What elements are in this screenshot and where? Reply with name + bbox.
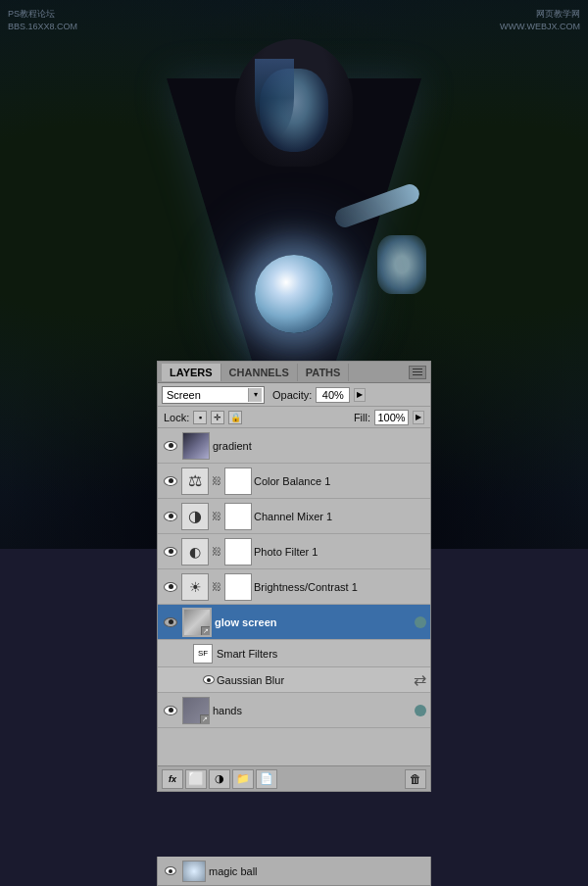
layer-name-glow-screen: glow screen: [215, 616, 413, 628]
layer-brightness-contrast[interactable]: ☀ ⛓ Brightness/Contrast 1: [158, 569, 430, 605]
layer-thumb-hands: ↗: [182, 697, 210, 724]
fill-arrow[interactable]: ▶: [413, 411, 424, 424]
lock-fill-row: Lock: ▪ ✛ 🔒 Fill: 100% ▶: [158, 407, 430, 428]
layer-chain-photo-filter: ⛓: [211, 546, 222, 557]
tab-layers[interactable]: LAYERS: [162, 364, 221, 381]
fx-button[interactable]: fx: [162, 769, 183, 789]
witch-hand: [377, 235, 426, 294]
fill-label: Fill:: [354, 412, 370, 423]
blend-mode-select[interactable]: Screen ▾: [162, 386, 265, 404]
lock-label: Lock:: [164, 412, 189, 423]
layer-color-balance[interactable]: ⚖ ⛓ Color Balance 1: [158, 464, 430, 499]
group-button[interactable]: 📁: [232, 769, 254, 789]
opacity-label: Opacity:: [272, 389, 312, 401]
blend-mode-arrow[interactable]: ▾: [248, 388, 262, 402]
layer-icon-color-balance: ⚖: [181, 468, 209, 495]
panel-toolbar: fx ⬜ ◑ 📁 📄 🗑: [158, 765, 430, 791]
layer-name-color-balance: Color Balance 1: [254, 475, 426, 487]
watermark-top-left: PS教程论坛 BBS.16XX8.COM: [8, 8, 77, 32]
layer-eye-channel-mixer[interactable]: [162, 508, 179, 525]
layer-icon-brightness-contrast: ☀: [181, 573, 209, 601]
layer-mask-brightness-contrast: [224, 573, 252, 601]
layer-name-gradient: gradient: [213, 440, 426, 452]
layers-list: gradient ⚖ ⛓ Color Balance 1 ◑ ⛓ Channel: [158, 428, 430, 765]
opacity-value[interactable]: 40%: [316, 387, 350, 403]
layer-eye-brightness-contrast[interactable]: [162, 578, 179, 596]
witch-hair: [255, 59, 294, 137]
layer-mask-photo-filter: [224, 538, 252, 566]
layer-icon-channel-mixer: ◑: [181, 503, 209, 530]
layer-chain-brightness-contrast: ⛓: [211, 581, 222, 592]
layer-chain-color-balance: ⛓: [211, 475, 222, 486]
layer-eye-color-balance[interactable]: [162, 472, 179, 490]
layer-eye-glow-screen[interactable]: [162, 614, 179, 631]
hands-smart-indicator: [415, 705, 426, 716]
layer-glow-screen[interactable]: ↗ glow screen: [158, 605, 430, 640]
bottom-layer-eye-icon[interactable]: [162, 862, 179, 880]
bottom-layer-thumb: [182, 861, 206, 882]
lock-move-button[interactable]: ✛: [211, 411, 224, 424]
layer-icon-photo-filter: ◐: [181, 538, 209, 566]
layer-eye-gaussian-blur[interactable]: [201, 671, 217, 689]
layer-mask-color-balance: [224, 468, 252, 495]
layer-smart-filters-label: SF Smart Filters: [158, 640, 430, 667]
fill-value[interactable]: 100%: [374, 410, 409, 425]
bottom-layer-row[interactable]: magic ball: [157, 857, 431, 886]
layer-mask-channel-mixer: [224, 503, 252, 530]
glow-smart-indicator: [415, 616, 426, 628]
new-layer-button[interactable]: 📄: [256, 769, 277, 789]
lock-all-button[interactable]: 🔒: [228, 411, 242, 424]
mask-button[interactable]: ⬜: [185, 769, 207, 789]
gaussian-blur-arrow: ⇄: [414, 670, 426, 689]
layer-eye-photo-filter[interactable]: [162, 543, 179, 561]
layer-name-photo-filter: Photo Filter 1: [254, 546, 426, 558]
layer-hands[interactable]: ↗ hands: [158, 693, 430, 728]
layer-gaussian-blur[interactable]: Gaussian Blur ⇄: [158, 667, 430, 693]
layer-photo-filter[interactable]: ◐ ⛓ Photo Filter 1: [158, 534, 430, 569]
layer-name-smart-filters: Smart Filters: [217, 648, 426, 660]
layer-gradient[interactable]: gradient: [158, 428, 430, 464]
panel-titlebar: LAYERS CHANNELS PATHS: [158, 362, 430, 383]
layer-name-hands: hands: [213, 705, 413, 716]
smart-filter-icon: SF: [193, 644, 213, 664]
layer-name-brightness-contrast: Brightness/Contrast 1: [254, 581, 426, 593]
layer-eye-gradient[interactable]: [162, 437, 179, 455]
bottom-layer-name: magic ball: [209, 865, 258, 877]
blend-opacity-row: Screen ▾ Opacity: 40% ▶: [158, 383, 430, 407]
layers-panel: LAYERS CHANNELS PATHS Screen ▾ Opacity: …: [157, 361, 431, 792]
layer-eye-hands[interactable]: [162, 702, 179, 719]
layer-thumb-gradient: [182, 432, 210, 460]
delete-button[interactable]: 🗑: [405, 769, 426, 789]
opacity-arrow[interactable]: ▶: [354, 388, 366, 402]
layer-channel-mixer[interactable]: ◑ ⛓ Channel Mixer 1: [158, 499, 430, 534]
layer-name-channel-mixer: Channel Mixer 1: [254, 511, 426, 522]
panel-menu-button[interactable]: [409, 366, 426, 379]
tab-paths[interactable]: PATHS: [298, 364, 350, 381]
lock-pixels-button[interactable]: ▪: [193, 411, 207, 424]
layer-chain-channel-mixer: ⛓: [211, 511, 222, 521]
layer-name-gaussian-blur: Gaussian Blur: [217, 674, 414, 686]
tab-channels[interactable]: CHANNELS: [221, 364, 298, 381]
adjustment-button[interactable]: ◑: [209, 769, 230, 789]
magic-ball-glow: [255, 255, 333, 333]
watermark-top-right: 网页教学网 WWW.WEBJX.COM: [500, 8, 580, 32]
